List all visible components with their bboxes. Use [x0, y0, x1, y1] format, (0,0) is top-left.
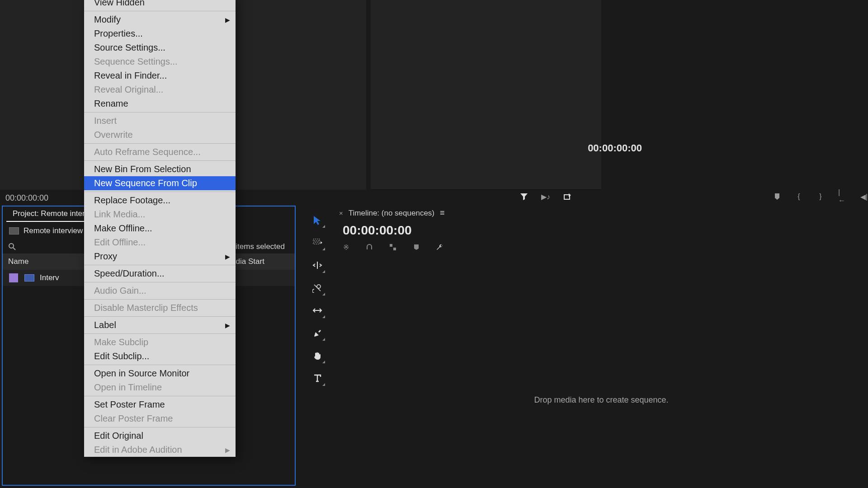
menu-item-source-settings[interactable]: Source Settings... — [84, 41, 236, 55]
add-marker-icon[interactable] — [411, 242, 421, 252]
svg-rect-4 — [313, 239, 320, 241]
submenu-arrow-icon: ▶ — [225, 253, 230, 260]
menu-item-properties[interactable]: Properties... — [84, 27, 236, 41]
menu-separator — [84, 192, 236, 192]
search-icon[interactable] — [7, 242, 17, 252]
bin-icon — [9, 227, 19, 235]
menu-item-overwrite: Overwrite — [84, 128, 236, 142]
svg-rect-7 — [393, 248, 396, 250]
timeline-timecode: 00:00:00:00 — [335, 221, 868, 240]
menu-separator — [84, 316, 236, 317]
menu-item-replace-footage[interactable]: Replace Footage... — [84, 193, 236, 207]
hand-tool[interactable] — [311, 349, 324, 362]
svg-line-2 — [13, 248, 15, 250]
timeline-title: Timeline: (no sequences) — [349, 209, 434, 218]
menu-item-edit-in-adobe-audition: Edit in Adobe Audition▶ — [84, 443, 236, 457]
submenu-arrow-icon: ▶ — [225, 16, 230, 23]
menu-separator — [84, 112, 236, 113]
menu-separator — [84, 299, 236, 300]
menu-item-label[interactable]: Label▶ — [84, 318, 236, 332]
menu-item-clear-poster-frame: Clear Poster Frame — [84, 412, 236, 426]
menu-item-view-hidden[interactable]: View Hidden — [84, 0, 236, 9]
type-tool[interactable] — [311, 371, 324, 385]
add-marker-icon[interactable] — [773, 192, 781, 201]
menu-item-set-poster-frame[interactable]: Set Poster Frame — [84, 398, 236, 412]
menu-item-edit-original[interactable]: Edit Original — [84, 429, 236, 443]
menu-item-rename[interactable]: Rename — [84, 97, 236, 111]
settings-wrench-icon[interactable] — [435, 242, 445, 252]
go-to-in-icon[interactable]: |← — [838, 192, 846, 201]
menu-item-make-subclip: Make Subclip — [84, 335, 236, 349]
svg-rect-6 — [390, 244, 392, 247]
panel-menu-icon[interactable]: ≡ — [440, 208, 443, 218]
menu-item-edit-offline: Edit Offline... — [84, 235, 236, 249]
mark-in-icon[interactable]: { — [795, 192, 803, 201]
bin-name: Remote interview — [24, 226, 83, 235]
program-timecode: 00:00:00:00 — [588, 142, 642, 154]
track-select-tool[interactable] — [311, 236, 324, 249]
svg-marker-3 — [314, 216, 321, 225]
menu-item-reveal-original: Reveal Original... — [84, 83, 236, 97]
menu-item-reveal-in-finder[interactable]: Reveal in Finder... — [84, 69, 236, 83]
selection-status: items selected — [236, 242, 290, 251]
slip-tool[interactable] — [311, 304, 324, 317]
step-back-icon[interactable]: ◀| — [860, 192, 868, 201]
program-monitor — [371, 0, 601, 190]
menu-item-speed-duration[interactable]: Speed/Duration... — [84, 267, 236, 281]
menu-separator — [84, 427, 236, 427]
menu-item-new-bin-from-selection[interactable]: New Bin From Selection — [84, 162, 236, 176]
menu-separator — [84, 333, 236, 334]
svg-rect-5 — [313, 242, 320, 244]
svg-point-1 — [9, 244, 14, 248]
razor-tool[interactable] — [311, 281, 324, 295]
menu-item-link-media: Link Media... — [84, 207, 236, 221]
menu-separator — [84, 282, 236, 282]
close-icon[interactable]: × — [339, 209, 343, 217]
pen-tool[interactable] — [311, 326, 324, 340]
menu-separator — [84, 160, 236, 161]
menu-item-open-in-source-monitor[interactable]: Open in Source Monitor — [84, 366, 236, 380]
menu-item-open-in-timeline: Open in Timeline — [84, 380, 236, 394]
snap-icon[interactable] — [364, 242, 374, 252]
menu-item-new-sequence-from-clip[interactable]: New Sequence From Clip — [84, 176, 236, 190]
clip-context-menu: View HiddenModify▶Properties...Source Se… — [84, 0, 236, 457]
menu-separator — [84, 143, 236, 144]
clip-label-swatch — [9, 273, 18, 282]
menu-separator — [84, 11, 236, 11]
selection-tool[interactable] — [311, 213, 324, 227]
menu-item-edit-subclip[interactable]: Edit Subclip... — [84, 349, 236, 363]
menu-item-auto-reframe-sequence: Auto Reframe Sequence... — [84, 145, 236, 159]
menu-item-proxy[interactable]: Proxy▶ — [84, 249, 236, 263]
menu-item-insert: Insert — [84, 114, 236, 128]
mark-out-icon[interactable]: } — [816, 192, 825, 201]
menu-item-audio-gain: Audio Gain... — [84, 284, 236, 298]
timeline-panel: × Timeline: (no sequences) ≡ 00:00:00:00… — [335, 206, 868, 486]
program-transport-bar: ▶♪ { } |← ◀| — [520, 190, 868, 203]
submenu-arrow-icon: ▶ — [225, 446, 230, 454]
export-frame-icon[interactable] — [563, 192, 571, 201]
tool-column — [305, 213, 330, 385]
menu-item-make-offline[interactable]: Make Offline... — [84, 221, 236, 235]
clip-icon — [24, 274, 34, 282]
filter-icon[interactable] — [520, 192, 528, 201]
menu-separator — [84, 365, 236, 365]
menu-item-sequence-settings: Sequence Settings... — [84, 55, 236, 69]
linked-selection-icon[interactable] — [388, 242, 398, 252]
insert-sequence-icon[interactable]: ※ — [341, 242, 351, 252]
menu-item-disable-masterclip-effects: Disable Masterclip Effects — [84, 301, 236, 315]
ripple-edit-tool[interactable] — [311, 258, 324, 272]
playback-resolution-icon[interactable]: ▶♪ — [542, 192, 550, 201]
submenu-arrow-icon: ▶ — [225, 322, 230, 329]
drop-hint: Drop media here to create sequence. — [534, 395, 668, 405]
menu-separator — [84, 396, 236, 396]
menu-item-modify[interactable]: Modify▶ — [84, 13, 236, 27]
menu-separator — [84, 265, 236, 265]
source-timecode: 00:00:00:00 — [5, 193, 48, 203]
